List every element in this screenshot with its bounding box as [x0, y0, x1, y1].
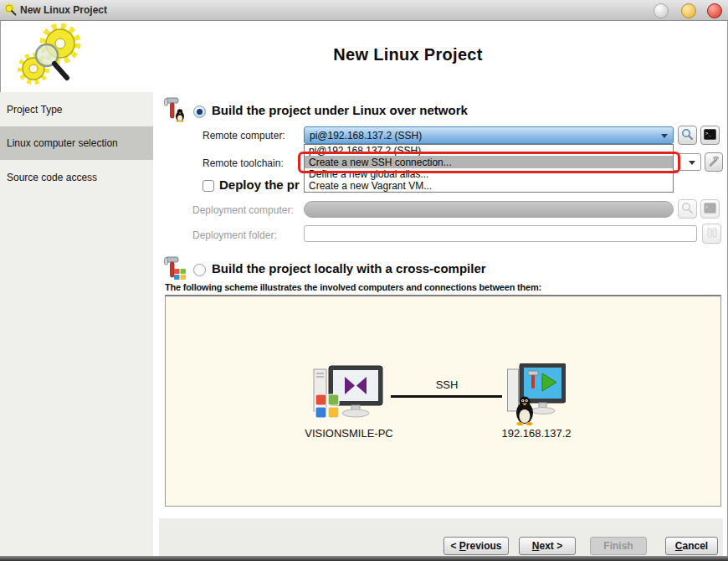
- dropdown-item-ssh-connection[interactable]: pi@192.168.137.2 (SSH): [305, 145, 673, 156]
- minimize-button[interactable]: [654, 3, 669, 18]
- browse-folder-button: [702, 224, 721, 244]
- button-text: ancel: [682, 540, 708, 552]
- finish-button: Finish: [590, 537, 647, 555]
- local-computer-name: VISIONSMILE-PC: [295, 427, 403, 440]
- remote-computer-value: pi@192.168.137.2 (SSH): [310, 130, 422, 142]
- deployment-folder-label: Deployment folder:: [192, 229, 277, 241]
- terminal-icon: >_: [704, 129, 716, 142]
- test-connection-button[interactable]: [678, 126, 697, 145]
- dropdown-item-create-vagrant-vm[interactable]: Create a new Vagrant VM...: [305, 180, 673, 192]
- chevron-down-icon: [661, 134, 668, 138]
- toolchain-settings-button[interactable]: [705, 152, 723, 172]
- remote-computer-dropdown-list: pi@192.168.137.2 (SSH) Create a new SSH …: [304, 144, 674, 193]
- connection-scheme-panel: [165, 295, 721, 507]
- cancel-button[interactable]: Cancel: [665, 537, 718, 555]
- open-folder-icon: [706, 227, 718, 241]
- dropdown-item-label: Create a new Vagrant VM...: [309, 180, 432, 192]
- window-bottom-edge: [0, 556, 728, 561]
- connection-line: [391, 395, 502, 398]
- sidebar-item-label: Project Type: [7, 104, 62, 116]
- dropdown-item-label: Define a new global alias...: [309, 168, 428, 180]
- network-build-label: Build the project under Linux over netwo…: [212, 103, 468, 117]
- open-terminal-button[interactable]: >_: [700, 126, 720, 145]
- remote-computer-label: Remote computer:: [203, 130, 285, 142]
- new-linux-project-window: New Linux Project New Linux Project Proj…: [0, 0, 728, 561]
- hammer-tux-icon: [163, 97, 187, 126]
- scheme-caption: The following scheme illustrates the inv…: [165, 282, 541, 292]
- close-button[interactable]: [707, 3, 722, 18]
- deployment-test-button: [678, 199, 697, 219]
- network-build-radio[interactable]: [193, 106, 206, 118]
- remote-computer-name: 192.168.137.2: [486, 427, 587, 440]
- button-text: <: [450, 540, 459, 552]
- svg-text:>_: >_: [705, 203, 711, 209]
- deploy-checkbox[interactable]: [203, 180, 214, 192]
- wizard-steps-sidebar: Project Type Linux computer selection So…: [0, 92, 153, 556]
- connection-label: SSH: [417, 378, 477, 391]
- page-title: New Linux Project: [88, 45, 728, 64]
- deployment-computer-combo: [304, 201, 674, 218]
- deployment-computer-label: Deployment computer:: [192, 204, 294, 216]
- chevron-down-icon: [689, 161, 695, 165]
- windows-pc-icon: [313, 365, 385, 430]
- button-text: Finish: [603, 540, 633, 552]
- dropdown-item-define-global-alias[interactable]: Define a new global alias...: [305, 168, 673, 180]
- remote-toolchain-label: Remote toolchain:: [203, 157, 284, 169]
- window-title: New Linux Project: [20, 4, 107, 16]
- magnifier-icon: [681, 202, 694, 217]
- window-titlebar[interactable]: New Linux Project: [0, 0, 728, 21]
- magnifier-icon: [681, 128, 694, 143]
- sidebar-item-label: Source code access: [7, 172, 97, 183]
- deployment-folder-input: [304, 225, 697, 242]
- deploy-label: Deploy the pr: [219, 178, 300, 192]
- sidebar-item-project-type[interactable]: Project Type: [0, 92, 153, 126]
- dropdown-item-create-new-ssh[interactable]: Create a new SSH connection...: [305, 156, 673, 168]
- previous-button[interactable]: < Previous: [443, 537, 509, 555]
- window-gear-magnifier-icon: [4, 3, 17, 19]
- sidebar-item-source-code-access[interactable]: Source code access: [0, 160, 153, 195]
- deployment-terminal-button: >_: [700, 199, 720, 219]
- sidebar-item-linux-computer-selection[interactable]: Linux computer selection: [0, 126, 153, 160]
- svg-text:>_: >_: [705, 130, 711, 136]
- linux-target-icon: [507, 363, 566, 432]
- local-build-radio[interactable]: [193, 264, 206, 276]
- local-build-label: Build the project locally with a cross-c…: [212, 261, 486, 275]
- terminal-icon: >_: [704, 203, 716, 216]
- button-text: revious: [466, 540, 502, 552]
- button-mnemonic: P: [459, 540, 466, 552]
- wrench-icon: [708, 155, 720, 170]
- maximize-button[interactable]: [681, 3, 696, 18]
- remote-computer-combo[interactable]: pi@192.168.137.2 (SSH): [304, 126, 674, 144]
- gears-magnifier-logo: [10, 22, 90, 92]
- sidebar-item-label: Linux computer selection: [7, 137, 118, 149]
- next-button[interactable]: Next >: [519, 537, 576, 555]
- dropdown-item-label: Create a new SSH connection...: [309, 157, 452, 168]
- button-text: ext >: [539, 540, 562, 552]
- dropdown-item-label: pi@192.168.137.2 (SSH): [309, 145, 421, 156]
